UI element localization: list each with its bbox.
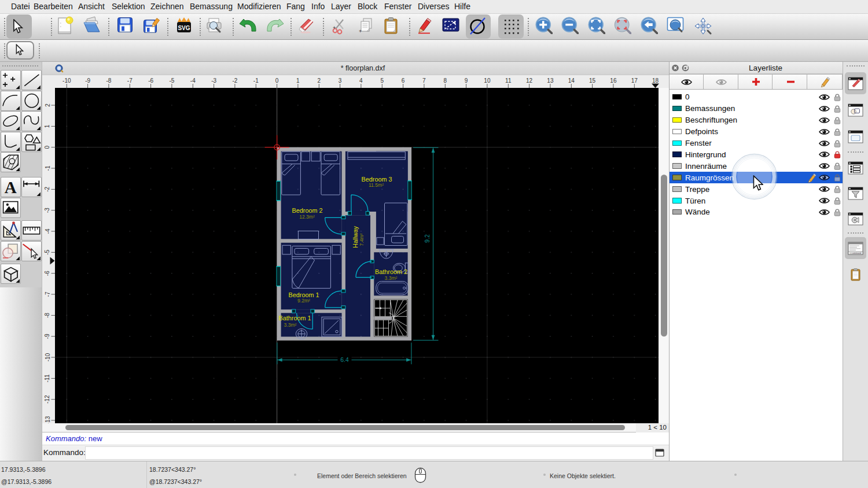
- svg-text:18: 18: [652, 77, 659, 84]
- svg-text:2: 2: [318, 77, 321, 84]
- svg-text:-12: -12: [45, 395, 51, 404]
- svg-text:+: +: [359, 28, 362, 34]
- svg-text:12: 12: [526, 77, 533, 84]
- svg-text:9: 9: [465, 77, 468, 84]
- svg-text:7: 7: [422, 77, 426, 84]
- svg-text:1: 1: [45, 124, 51, 128]
- svg-text:5: 5: [381, 77, 384, 84]
- svg-text:13: 13: [547, 77, 554, 84]
- svg-text:-3: -3: [211, 77, 216, 84]
- svg-text:Bedroom 3: Bedroom 3: [362, 176, 392, 183]
- svg-text:-1: -1: [45, 165, 51, 171]
- svg-text:9.2m²: 9.2m²: [297, 298, 310, 304]
- svg-text:0: 0: [275, 77, 279, 84]
- svg-text:-7: -7: [45, 291, 51, 297]
- svg-text:6.4: 6.4: [340, 357, 349, 363]
- svg-text:-10: -10: [62, 77, 71, 84]
- svg-text:> command: > command: [850, 252, 861, 254]
- svg-text:-6: -6: [148, 77, 153, 84]
- svg-text:9.2: 9.2: [424, 234, 431, 243]
- svg-text:Bathroom 2: Bathroom 2: [375, 268, 407, 275]
- svg-text:3.3m²: 3.3m²: [385, 275, 398, 281]
- svg-text:-8: -8: [45, 313, 51, 318]
- svg-text:-4: -4: [190, 77, 196, 84]
- svg-text:11.5m²: 11.5m²: [369, 182, 384, 188]
- svg-text:-4: -4: [45, 228, 51, 234]
- svg-text:1: 1: [296, 77, 300, 84]
- svg-text:17: 17: [631, 77, 638, 84]
- svg-text:-1: -1: [253, 77, 259, 84]
- svg-text:15: 15: [589, 77, 596, 84]
- svg-text:-11: -11: [45, 374, 51, 382]
- svg-text:+: +: [333, 25, 336, 31]
- svg-text:12.3m²: 12.3m²: [299, 214, 315, 220]
- svg-text:-9: -9: [85, 77, 90, 84]
- svg-text:A: A: [5, 178, 17, 197]
- svg-text:14: 14: [568, 77, 575, 84]
- svg-text:11: 11: [505, 77, 512, 84]
- svg-text:-5: -5: [45, 250, 51, 255]
- svg-text:-13: -13: [45, 416, 51, 423]
- svg-text:-5: -5: [169, 77, 174, 84]
- svg-text:-10: -10: [45, 353, 51, 361]
- svg-text:8: 8: [444, 77, 447, 84]
- svg-text:SVG: SVG: [178, 25, 190, 31]
- svg-text:Bathroom 1: Bathroom 1: [279, 315, 311, 321]
- svg-text:-3: -3: [45, 208, 51, 213]
- svg-text:Bedroom 2: Bedroom 2: [292, 207, 323, 214]
- svg-text:-2: -2: [232, 77, 237, 84]
- svg-text:Hallway: Hallway: [352, 226, 359, 248]
- svg-text:-7: -7: [127, 77, 133, 84]
- svg-text:-2: -2: [45, 187, 51, 192]
- svg-text:6: 6: [402, 77, 405, 84]
- svg-text:-9: -9: [45, 334, 51, 339]
- svg-text:0: 0: [45, 145, 51, 149]
- svg-text:-6: -6: [45, 271, 51, 276]
- svg-text:2: 2: [45, 103, 51, 107]
- svg-text:4: 4: [359, 77, 363, 84]
- svg-text:16: 16: [610, 77, 617, 84]
- svg-text:Bedroom 1: Bedroom 1: [289, 291, 319, 298]
- svg-text:10: 10: [484, 77, 491, 84]
- svg-text:3: 3: [339, 77, 342, 84]
- svg-text:-8: -8: [106, 77, 111, 84]
- svg-text:7.4m²: 7.4m²: [359, 233, 365, 246]
- svg-text:3.3m²: 3.3m²: [284, 322, 297, 328]
